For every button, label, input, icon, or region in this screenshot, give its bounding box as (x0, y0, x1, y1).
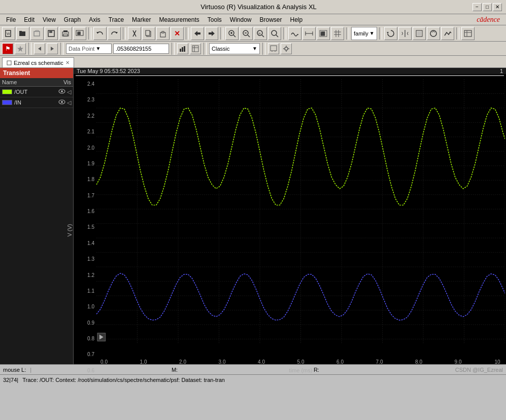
minimize-button[interactable]: − (473, 3, 482, 11)
tb2-arrow-left-btn[interactable] (34, 43, 45, 54)
eye-icon-out (58, 88, 66, 94)
signal-row-in: /IN ◁ (0, 97, 73, 108)
menu-marker[interactable]: Marker (128, 14, 155, 25)
schematic-icon (7, 60, 12, 65)
y-tick-8: 1.6 (87, 208, 94, 214)
toolbar2-separator-3 (172, 43, 175, 55)
svg-marker-52 (38, 47, 41, 51)
svg-text:W: W (7, 32, 10, 36)
tb-open-btn[interactable] (30, 27, 44, 40)
tb-zoom-area-btn[interactable] (268, 27, 281, 40)
menu-graph[interactable]: Graph (60, 14, 85, 25)
tb2-table2-btn[interactable] (190, 43, 201, 54)
tb-open-schematic-btn[interactable] (16, 27, 29, 40)
tb-save-btn[interactable] (45, 27, 58, 40)
value-display: .05360829155 (116, 46, 151, 52)
tb-table-btn[interactable] (461, 27, 475, 40)
tb-print-btn[interactable] (59, 27, 72, 40)
tabbar: Ezreal cs schematic ✕ (0, 56, 506, 68)
toolbar2-separator-1 (28, 43, 31, 55)
tb-extra1-btn[interactable] (427, 27, 440, 40)
chart-svg-container: V (V) 2.4 2.3 2.2 2.1 2.0 1.9 1.8 1.7 1.… (74, 77, 506, 376)
mouse-l-label: mouse L: (3, 367, 26, 373)
tb-fft-btn[interactable]: ⬛ (317, 27, 330, 40)
tb2-arrow-right-btn[interactable] (47, 43, 58, 54)
tb2-settings-btn[interactable] (281, 43, 292, 54)
tb-cut-btn[interactable] (128, 27, 141, 40)
tb2-bar-chart-btn[interactable] (177, 43, 188, 54)
menu-axis[interactable]: Axis (85, 14, 105, 25)
family-dropdown[interactable]: family ▼ (351, 27, 377, 40)
x-tick-8: 8.0 (411, 359, 426, 367)
tb-copy-btn[interactable] (142, 27, 155, 40)
tb-refresh-btn[interactable] (384, 27, 397, 40)
x-tick-3: 3.0 (215, 359, 230, 367)
chart-type-dropdown[interactable]: Classic ▼ (209, 43, 260, 54)
svg-marker-21 (209, 31, 215, 36)
tb-undo-btn[interactable] (93, 27, 107, 40)
tb-zoom-fit-btn[interactable]: fit (254, 27, 267, 40)
menu-window[interactable]: Window (226, 14, 256, 25)
menu-trace[interactable]: Trace (105, 14, 128, 25)
y-tick-7: 1.7 (87, 193, 94, 198)
signal-extra-out[interactable]: ◁ (67, 89, 71, 95)
svg-rect-8 (63, 30, 68, 32)
x-tick-9: 9.0 (451, 359, 466, 367)
svg-rect-19 (162, 31, 164, 33)
tb-compare-btn[interactable] (398, 27, 412, 40)
signal-extra-in[interactable]: ◁ (67, 99, 71, 106)
navigator-strip[interactable] (76, 75, 504, 76)
menubar: File Edit View Graph Axis Trace Marker M… (0, 14, 506, 25)
tb-export-btn[interactable]: ⬛ (73, 27, 86, 40)
tb-measure-btn[interactable] (302, 27, 316, 40)
tb-overlay-btn[interactable] (413, 27, 426, 40)
toolbar-separator-4 (220, 27, 223, 40)
tab-close-icon[interactable]: ✕ (65, 60, 70, 65)
tb-delete-btn[interactable]: ✕ (171, 27, 184, 40)
chart-type-arrow: ▼ (252, 46, 257, 51)
chart-type-label: Classic (212, 46, 251, 52)
svg-line-25 (233, 35, 235, 37)
tb-forward-btn[interactable] (205, 27, 218, 40)
tb-back-btn[interactable] (191, 27, 204, 40)
menu-edit[interactable]: Edit (20, 14, 39, 25)
chart-info-bar: Tue May 9 05:53:52 2023 1 (74, 68, 506, 74)
data-point-field[interactable]: Data Point ▼ (66, 44, 112, 54)
svg-rect-46 (417, 31, 421, 36)
menu-help[interactable]: Help (286, 14, 307, 25)
y-tick-5: 1.9 (87, 161, 94, 166)
close-button[interactable]: ✕ (493, 3, 502, 11)
menu-file[interactable]: File (2, 14, 20, 25)
panel-header: Transient (0, 68, 73, 78)
svg-point-63 (285, 47, 288, 50)
tb2-flag-btn[interactable]: ⚑ (2, 43, 13, 54)
svg-text:fit: fit (258, 31, 261, 34)
svg-rect-48 (464, 30, 471, 37)
svg-point-72 (61, 101, 63, 103)
menu-browser[interactable]: Browser (256, 14, 286, 25)
svg-rect-68 (7, 61, 11, 65)
tb-new-btn[interactable]: W (2, 27, 15, 40)
tb-zoom-in-btn[interactable] (225, 27, 239, 40)
tb-paste-btn[interactable] (156, 27, 170, 40)
tb2-star-btn[interactable] (15, 43, 26, 54)
tb-extra2-btn[interactable] (441, 27, 454, 40)
waveform-chart (96, 79, 505, 358)
menu-tools[interactable]: Tools (204, 14, 226, 25)
tb2-display-btn[interactable] (268, 43, 279, 54)
tb-waveform-btn[interactable] (288, 27, 301, 40)
signal-vis-in[interactable] (58, 99, 66, 106)
tb-redo-btn[interactable] (108, 27, 121, 40)
data-point-arrow: ▼ (95, 46, 100, 51)
signal-vis-out[interactable] (58, 88, 66, 95)
chart-corner: 1 (500, 68, 503, 74)
tb-grid-btn[interactable] (331, 27, 344, 40)
menu-measurements[interactable]: Measurements (155, 14, 203, 25)
y-tick-14: 1.0 (87, 304, 94, 309)
tab-ezreal[interactable]: Ezreal cs schematic ✕ (2, 57, 74, 67)
x-tick-10: 10 (490, 359, 505, 367)
maximize-button[interactable]: □ (483, 3, 492, 11)
tb-zoom-out-btn[interactable] (240, 27, 253, 40)
menu-view[interactable]: View (39, 14, 60, 25)
y-tick-18: 0.6 (87, 368, 94, 373)
